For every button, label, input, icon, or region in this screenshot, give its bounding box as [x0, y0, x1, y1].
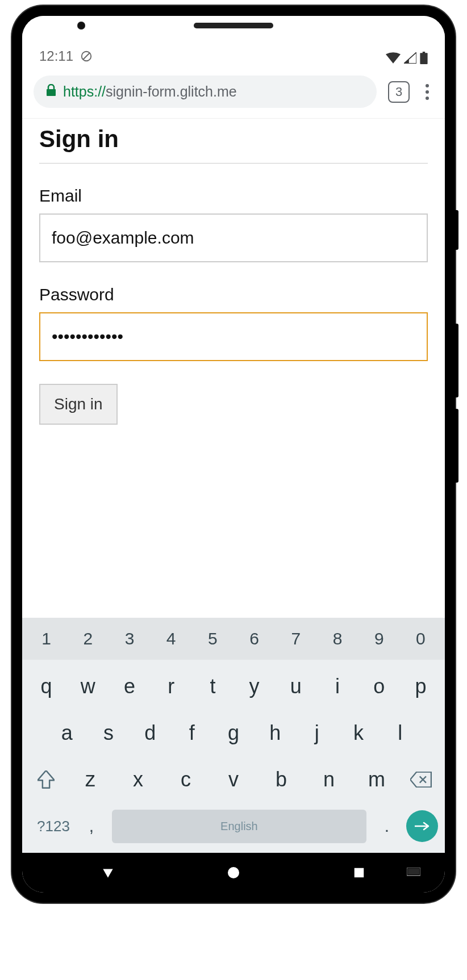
key-a[interactable]: a	[46, 713, 87, 753]
keyboard-row-1: qwertyuiop	[26, 667, 441, 706]
svg-rect-13	[408, 869, 419, 874]
phone-side-button	[455, 210, 458, 250]
comma-key[interactable]: ,	[78, 806, 105, 846]
do-not-disturb-icon	[80, 50, 93, 62]
phone-speaker	[194, 23, 273, 28]
svg-rect-3	[423, 52, 425, 53]
key-0[interactable]: 0	[400, 623, 441, 654]
key-k[interactable]: k	[337, 713, 379, 753]
key-t[interactable]: t	[192, 667, 234, 706]
key-7[interactable]: 7	[275, 623, 316, 654]
nav-keyboard-switch-button[interactable]	[399, 868, 428, 878]
key-r[interactable]: r	[151, 667, 192, 706]
key-i[interactable]: i	[316, 667, 358, 706]
phone-volume-up	[455, 324, 458, 397]
key-3[interactable]: 3	[109, 623, 150, 654]
phone-screen: 12:11	[22, 16, 445, 893]
key-z[interactable]: z	[66, 760, 114, 799]
key-c[interactable]: c	[162, 760, 210, 799]
svg-rect-9	[355, 868, 364, 878]
nav-home-button[interactable]	[199, 866, 268, 880]
tab-switcher-button[interactable]: 3	[388, 81, 410, 103]
svg-rect-4	[47, 89, 56, 96]
password-field[interactable]	[39, 312, 428, 361]
enter-key[interactable]	[406, 810, 438, 842]
key-v[interactable]: v	[210, 760, 257, 799]
svg-line-1	[84, 53, 90, 60]
browser-menu-button[interactable]	[421, 79, 433, 104]
key-9[interactable]: 9	[358, 623, 400, 654]
page-title: Sign in	[39, 125, 428, 164]
key-j[interactable]: j	[296, 713, 337, 753]
key-s[interactable]: s	[87, 713, 129, 753]
email-label: Email	[39, 186, 428, 206]
key-b[interactable]: b	[257, 760, 305, 799]
key-f[interactable]: f	[171, 713, 212, 753]
key-8[interactable]: 8	[316, 623, 358, 654]
backspace-key[interactable]	[401, 760, 441, 799]
key-p[interactable]: p	[400, 667, 441, 706]
url-host: signin-form.glitch.me	[106, 83, 237, 99]
key-6[interactable]: 6	[234, 623, 275, 654]
symbols-key[interactable]: ?123	[29, 807, 78, 845]
wifi-icon	[386, 52, 401, 64]
cell-signal-icon	[404, 52, 416, 64]
svg-point-8	[228, 867, 239, 878]
key-g[interactable]: g	[212, 713, 254, 753]
password-label: Password	[39, 285, 428, 304]
svg-rect-2	[420, 53, 427, 64]
android-nav-bar	[22, 853, 445, 893]
key-x[interactable]: x	[114, 760, 162, 799]
url-bar[interactable]: https://signin-form.glitch.me	[34, 76, 377, 108]
lock-icon	[46, 83, 56, 100]
nav-back-button[interactable]	[74, 865, 142, 880]
key-o[interactable]: o	[358, 667, 400, 706]
key-l[interactable]: l	[380, 713, 421, 753]
phone-frame: 12:11	[12, 6, 455, 903]
battery-icon	[420, 52, 428, 64]
key-y[interactable]: y	[234, 667, 275, 706]
key-n[interactable]: n	[305, 760, 353, 799]
keyboard-row-2: asdfghjkl	[26, 713, 441, 753]
keyboard-number-row: 1234567890	[22, 618, 445, 660]
soft-keyboard: 1234567890 qwertyuiop asdfghjkl zxcvbnm …	[22, 618, 445, 853]
browser-toolbar: https://signin-form.glitch.me 3	[22, 70, 445, 119]
email-field[interactable]	[39, 213, 428, 262]
shift-key[interactable]	[26, 760, 66, 799]
key-h[interactable]: h	[255, 713, 296, 753]
key-2[interactable]: 2	[67, 623, 109, 654]
keyboard-bottom-row: ?123 , English .	[26, 806, 441, 846]
phone-volume-down	[455, 409, 458, 483]
key-q[interactable]: q	[26, 667, 67, 706]
key-e[interactable]: e	[109, 667, 150, 706]
key-4[interactable]: 4	[151, 623, 192, 654]
space-key[interactable]: English	[112, 810, 366, 843]
status-time: 12:11	[39, 48, 73, 64]
url-scheme: https://	[63, 83, 106, 99]
key-u[interactable]: u	[275, 667, 316, 706]
keyboard-row-3: zxcvbnm	[26, 760, 441, 799]
tab-count-value: 3	[395, 85, 402, 99]
key-m[interactable]: m	[353, 760, 401, 799]
phone-camera	[77, 22, 85, 30]
page-content: Sign in Email Password Sign in	[22, 119, 445, 618]
key-1[interactable]: 1	[26, 623, 67, 654]
key-w[interactable]: w	[67, 667, 109, 706]
nav-recent-button[interactable]	[325, 866, 393, 879]
sign-in-button[interactable]: Sign in	[39, 384, 118, 425]
period-key[interactable]: .	[373, 806, 401, 846]
key-5[interactable]: 5	[192, 623, 234, 654]
key-d[interactable]: d	[130, 713, 171, 753]
